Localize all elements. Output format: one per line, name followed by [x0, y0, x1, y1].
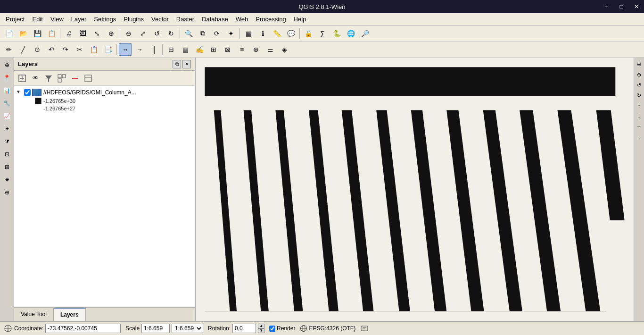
toolbar1-button-4[interactable]: 🖨	[62, 27, 75, 40]
toolbar1-button-1[interactable]: 📂	[17, 27, 30, 40]
maximize-button[interactable]: □	[614, 0, 629, 13]
menu-item-edit[interactable]: Edit	[28, 14, 46, 24]
right-btn-3[interactable]: ↺	[635, 80, 644, 90]
layers-close-button[interactable]: ✕	[182, 60, 191, 68]
show-all-layers-button[interactable]: 👁	[29, 73, 41, 84]
toolbar1-button-20[interactable]: 🔒	[302, 27, 315, 40]
toolbar2-button-5[interactable]: ✂	[73, 43, 86, 56]
toolbar1-button-2[interactable]: 💾	[31, 27, 44, 40]
remove-layer-button[interactable]	[69, 73, 81, 84]
rotation-input[interactable]	[232, 324, 256, 333]
side-icon-3[interactable]: 📊	[1, 85, 13, 96]
coordinate-input[interactable]	[45, 324, 121, 333]
scale-select[interactable]: 1:6.659	[172, 324, 203, 333]
toolbar1-button-22[interactable]: 🐍	[330, 27, 343, 40]
right-btn-5[interactable]: ↑	[635, 101, 644, 110]
menu-item-vector[interactable]: Vector	[148, 14, 173, 24]
side-icon-2[interactable]: 📍	[1, 72, 13, 84]
toolbar2-button-14[interactable]: ⊞	[207, 43, 220, 56]
toolbar2-button-9[interactable]: →	[133, 43, 146, 56]
right-btn-6[interactable]: ↓	[635, 111, 644, 121]
toolbar2-button-10[interactable]: ║	[147, 43, 160, 56]
menu-item-view[interactable]: View	[47, 14, 67, 24]
toolbar1-button-14[interactable]: ⟳	[210, 27, 223, 40]
menu-item-database[interactable]: Database	[198, 14, 232, 24]
toolbar2-button-0[interactable]: ✏	[2, 43, 16, 56]
tab-layers[interactable]: Layers	[54, 308, 86, 321]
toolbar2-button-7[interactable]: 📑	[101, 43, 115, 56]
toolbar1-button-7[interactable]: ⊕	[105, 27, 118, 40]
filter-layers-button[interactable]	[42, 73, 55, 84]
scale-input[interactable]	[141, 324, 170, 333]
toolbar1-button-0[interactable]: 📄	[2, 27, 16, 40]
toolbar2-button-17[interactable]: ⊕	[249, 43, 263, 56]
toolbar1-button-23[interactable]: 🌐	[344, 27, 357, 40]
toolbar2-button-3[interactable]: ↶	[45, 43, 58, 56]
toolbar2-button-13[interactable]: ✍	[193, 43, 206, 56]
toolbar2-button-12[interactable]: ▦	[179, 43, 192, 56]
rotation-down[interactable]: ▼	[258, 328, 264, 333]
toolbar1-button-3[interactable]: 📋	[45, 27, 58, 40]
right-btn-4[interactable]: ↻	[635, 91, 644, 100]
toolbar2-button-2[interactable]: ⊙	[31, 43, 44, 56]
toolbar2-button-15[interactable]: ⊠	[221, 43, 234, 56]
expand-all-button[interactable]	[56, 73, 68, 84]
side-icon-6[interactable]: ✦	[1, 123, 13, 134]
toolbar1-button-15[interactable]: ✦	[224, 27, 238, 40]
side-icon-4[interactable]: 🔧	[1, 98, 13, 109]
menu-item-plugins[interactable]: Plugins	[120, 14, 148, 24]
close-button[interactable]: ✕	[629, 0, 644, 13]
menu-item-processing[interactable]: Processing	[252, 14, 289, 24]
layer-properties-button[interactable]	[82, 73, 94, 84]
toolbar1-button-5[interactable]: 🖼	[76, 27, 90, 40]
toolbar2-button-1[interactable]: ╱	[17, 43, 30, 56]
menu-item-project[interactable]: Project	[2, 14, 28, 24]
toolbar2-button-19[interactable]: ◈	[278, 43, 291, 56]
side-icon-9[interactable]: ⊞	[1, 161, 13, 173]
render-checkbox[interactable]	[269, 326, 275, 332]
rotation-up[interactable]: ▲	[258, 324, 264, 328]
toolbar2-button-8[interactable]: ↔	[119, 43, 132, 56]
toolbar1-button-18[interactable]: 📏	[270, 27, 283, 40]
toolbar2-button-11[interactable]: ⊟	[165, 43, 178, 56]
right-btn-7[interactable]: ←	[635, 122, 644, 131]
toolbar1-button-8[interactable]: ⊖	[122, 27, 135, 40]
toolbar1-button-17[interactable]: ℹ	[256, 27, 269, 40]
epsg-item[interactable]: EPSG:4326 (OTF)	[300, 325, 355, 332]
add-layer-button[interactable]	[16, 73, 28, 84]
side-icon-11[interactable]: ⊕	[1, 187, 13, 198]
menu-item-web[interactable]: Web	[232, 14, 252, 24]
layers-float-button[interactable]: ⧉	[173, 60, 181, 68]
map-canvas[interactable]	[196, 58, 634, 321]
toolbar1-button-11[interactable]: ↻	[165, 27, 178, 40]
menu-item-raster[interactable]: Raster	[173, 14, 198, 24]
layer-row-main[interactable]: ▼ //HDFEOS/GRIDS/OMI_Column_A...	[16, 88, 193, 97]
side-icon-8[interactable]: ⊡	[1, 149, 13, 160]
toolbar1-button-24[interactable]: 🔎	[358, 27, 372, 40]
right-btn-2[interactable]: ⊖	[635, 70, 644, 79]
toolbar1-button-10[interactable]: ↺	[150, 27, 164, 40]
right-btn-1[interactable]: ⊕	[635, 59, 644, 69]
minimize-button[interactable]: –	[599, 0, 614, 13]
side-icon-7[interactable]: ⧩	[1, 136, 13, 147]
right-btn-8[interactable]: →	[635, 132, 644, 142]
side-icon-5[interactable]: 📈	[1, 110, 13, 122]
menu-item-help[interactable]: Help	[290, 14, 310, 24]
toolbar1-button-12[interactable]: 🔍	[182, 27, 195, 40]
side-icon-10[interactable]: ✷	[1, 174, 13, 185]
toolbar1-button-16[interactable]: ▦	[242, 27, 255, 40]
layer-checkbox[interactable]	[24, 89, 31, 96]
toolbar1-button-9[interactable]: ⤢	[136, 27, 149, 40]
tab-value-tool[interactable]: Value Tool	[14, 308, 54, 321]
toolbar1-button-21[interactable]: ∑	[316, 27, 329, 40]
toolbar1-button-13[interactable]: ⧉	[196, 27, 209, 40]
toolbar2-button-4[interactable]: ↷	[59, 43, 72, 56]
toolbar2-button-6[interactable]: 📋	[87, 43, 100, 56]
toolbar2-button-18[interactable]: ⚌	[264, 43, 277, 56]
toolbar2-button-16[interactable]: ≡	[235, 43, 248, 56]
side-icon-1[interactable]: ⊕	[1, 59, 13, 71]
toolbar1-button-19[interactable]: 💬	[284, 27, 297, 40]
menu-item-layer[interactable]: Layer	[67, 14, 91, 24]
layer-expand-icon[interactable]: ▼	[16, 89, 23, 96]
menu-item-settings[interactable]: Settings	[90, 14, 120, 24]
